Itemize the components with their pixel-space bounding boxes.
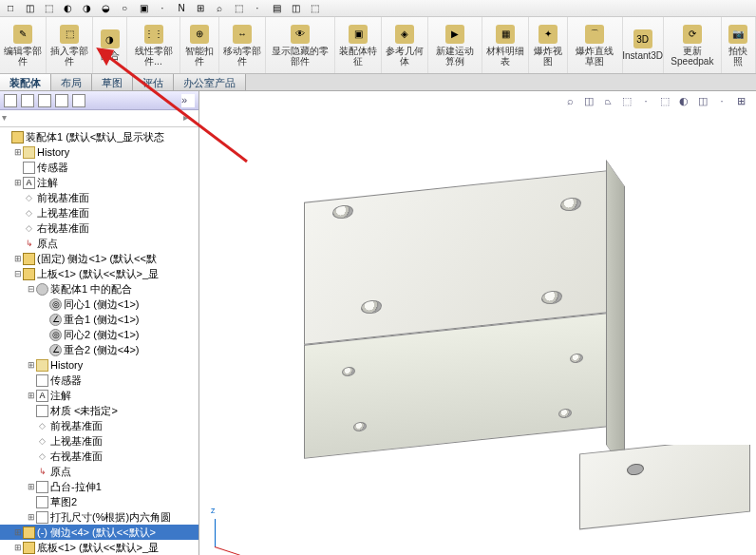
tree-node[interactable]: ◇前视基准面 bbox=[0, 418, 198, 433]
tree-node[interactable]: 传感器 bbox=[0, 160, 198, 175]
tree-node[interactable]: ◇上视基准面 bbox=[0, 205, 198, 220]
view-tool-icon[interactable]: ◐ bbox=[676, 93, 691, 108]
filter-clear-icon[interactable]: ▸ bbox=[183, 112, 197, 125]
qat-icon[interactable]: ⬚ bbox=[42, 2, 55, 15]
tree-node[interactable]: ⊞(固定) 侧边<1> (默认<<默 bbox=[0, 251, 198, 266]
view-tool-icon[interactable]: ⌕ bbox=[562, 93, 577, 108]
qat-icon[interactable]: ⊞ bbox=[194, 2, 207, 15]
qat-icon[interactable]: ◑ bbox=[80, 2, 93, 15]
view-tool-icon[interactable]: ⊞ bbox=[733, 93, 748, 108]
qat-icon[interactable]: ▣ bbox=[137, 2, 150, 15]
ribbon-button[interactable]: ◑配合 bbox=[93, 17, 127, 73]
view-tool-icon[interactable]: · bbox=[638, 93, 653, 108]
feature-tree[interactable]: 装配体1 (默认<默认_显示状态⊞History传感器⊞A注解◇前视基准面◇上视… bbox=[0, 127, 198, 555]
tree-node[interactable]: ⊟上板<1> (默认<<默认>_显 bbox=[0, 266, 198, 281]
tree-node[interactable]: 传感器 bbox=[0, 373, 198, 388]
tree-node[interactable]: ⊟装配体1 中的配合 bbox=[0, 281, 198, 297]
tree-node[interactable]: ◇前视基准面 bbox=[0, 190, 198, 205]
second-part-model[interactable] bbox=[579, 445, 750, 549]
ribbon-button[interactable]: ✦爆炸视图 bbox=[529, 17, 568, 73]
tree-node[interactable]: ⊞底板<1> (默认<<默认>_显 bbox=[0, 540, 198, 555]
tree-node[interactable]: ◇右视基准面 bbox=[0, 220, 198, 236]
expand-icon[interactable]: ⊞ bbox=[13, 525, 23, 540]
ribbon-button[interactable]: ◈参考几何体 bbox=[382, 17, 428, 73]
ribbon-button[interactable]: ▶新建运动算例 bbox=[428, 17, 482, 73]
command-tab[interactable]: 装配体 bbox=[0, 74, 51, 90]
expand-icon[interactable]: ⊞ bbox=[13, 251, 23, 266]
expand-icon[interactable]: ⊞ bbox=[13, 175, 23, 190]
ribbon-button[interactable]: ↔移动零部件 bbox=[219, 17, 266, 73]
qat-icon[interactable]: ⬚ bbox=[232, 2, 245, 15]
command-tab[interactable]: 办公室产品 bbox=[174, 74, 246, 90]
qat-icon[interactable]: ◫ bbox=[289, 2, 302, 15]
ribbon-button[interactable]: ▣装配体特征 bbox=[335, 17, 382, 73]
tree-node[interactable]: 材质 <未指定> bbox=[0, 403, 198, 418]
ribbon-button[interactable]: ⟳更新Speedpak bbox=[664, 17, 722, 73]
tree-node[interactable]: ⊞A注解 bbox=[0, 388, 198, 403]
tree-tab-icon[interactable] bbox=[55, 94, 68, 107]
tree-node[interactable]: ◎同心1 (侧边<1>) bbox=[0, 297, 198, 312]
tree-node[interactable]: ⊞打孔尺寸(%根据)内六角圆 bbox=[0, 509, 198, 525]
tree-node[interactable]: ◇上视基准面 bbox=[0, 433, 198, 449]
qat-icon[interactable]: ◐ bbox=[61, 2, 74, 15]
qat-icon[interactable]: ◒ bbox=[99, 2, 112, 15]
expand-icon[interactable]: ⊞ bbox=[27, 388, 36, 403]
expand-icon[interactable]: ⊞ bbox=[27, 357, 36, 373]
ribbon-button[interactable]: ⌒爆炸直线草图 bbox=[568, 17, 622, 73]
view-tool-icon[interactable]: ⬚ bbox=[657, 93, 672, 108]
qat-icon[interactable]: ⌕ bbox=[213, 2, 226, 15]
ribbon-button[interactable]: ⋮⋮线性零部件... bbox=[127, 17, 180, 73]
tree-tab-icon[interactable] bbox=[72, 94, 85, 107]
tree-node[interactable]: 装配体1 (默认<默认_显示状态 bbox=[0, 129, 198, 144]
view-tool-icon[interactable]: ◫ bbox=[581, 93, 596, 108]
tree-collapse-icon[interactable]: » bbox=[181, 94, 195, 107]
view-tool-icon[interactable]: ◫ bbox=[695, 93, 710, 108]
command-tab[interactable]: 评估 bbox=[133, 74, 174, 90]
tree-node[interactable]: ◎同心2 (侧边<1>) bbox=[0, 327, 198, 342]
tree-node[interactable]: ⊞History bbox=[0, 357, 198, 373]
ribbon-button[interactable]: 3DInstant3D bbox=[623, 17, 664, 73]
tree-node[interactable]: 草图2 bbox=[0, 494, 198, 509]
collapse-icon[interactable]: ⊟ bbox=[13, 266, 23, 281]
ribbon-button[interactable]: ✎编辑零部件 bbox=[0, 17, 47, 73]
qat-icon[interactable]: N bbox=[175, 2, 188, 15]
ribbon-button[interactable]: 👁显示隐藏的零部件 bbox=[266, 17, 335, 73]
qat-icon[interactable]: · bbox=[156, 2, 169, 15]
tree-tab-bar[interactable]: » bbox=[0, 91, 198, 110]
tree-node[interactable]: ⊞A注解 bbox=[0, 175, 198, 190]
part-top-face[interactable] bbox=[579, 445, 750, 529]
qat-icon[interactable]: □ bbox=[4, 2, 17, 15]
expand-icon[interactable]: ⊞ bbox=[27, 509, 36, 525]
tree-node[interactable]: ⊞(-) 侧边<4> (默认<<默认> bbox=[0, 525, 198, 540]
part-side-face[interactable] bbox=[606, 160, 625, 472]
tree-node[interactable]: ∠重合1 (侧边<1>) bbox=[0, 312, 198, 327]
view-tool-icon[interactable]: ⬚ bbox=[619, 93, 634, 108]
view-tool-icon[interactable]: · bbox=[714, 93, 729, 108]
tree-node[interactable]: ↳原点 bbox=[0, 464, 198, 479]
qat-icon[interactable]: ◫ bbox=[23, 2, 36, 15]
ribbon-button[interactable]: ⊕智能扣件 bbox=[180, 17, 219, 73]
graphics-viewport[interactable]: ⌕◫⏢⬚·⬚◐◫·⊞ z bbox=[199, 91, 756, 555]
tree-node[interactable]: ⊞凸台-拉伸1 bbox=[0, 479, 198, 494]
command-tab[interactable]: 草图 bbox=[92, 74, 133, 90]
qat-icon[interactable]: · bbox=[251, 2, 264, 15]
tree-node[interactable]: ◇右视基准面 bbox=[0, 449, 198, 464]
view-tool-icon[interactable]: ⏢ bbox=[600, 93, 615, 108]
qat-icon[interactable]: ⬚ bbox=[308, 2, 321, 15]
tree-node[interactable]: ⊞History bbox=[0, 144, 198, 160]
collapse-icon[interactable]: ⊟ bbox=[27, 281, 36, 297]
tree-node[interactable]: ∠重合2 (侧边<4>) bbox=[0, 342, 198, 357]
ribbon-button[interactable]: ▦材料明细表 bbox=[482, 17, 529, 73]
tree-filter-input[interactable] bbox=[15, 113, 183, 124]
tree-tab-icon[interactable] bbox=[4, 94, 17, 107]
axis-triad[interactable]: z bbox=[207, 509, 245, 547]
tree-tab-icon[interactable] bbox=[21, 94, 34, 107]
expand-icon[interactable]: ⊞ bbox=[13, 540, 23, 555]
ribbon-button[interactable]: ⬚插入零部件 bbox=[47, 17, 93, 73]
filter-icon[interactable]: ▾ bbox=[2, 112, 15, 125]
expand-icon[interactable]: ⊞ bbox=[27, 479, 36, 494]
tree-tab-icon[interactable] bbox=[38, 94, 51, 107]
expand-icon[interactable]: ⊞ bbox=[13, 144, 23, 160]
command-tab[interactable]: 布局 bbox=[51, 74, 92, 90]
ribbon-button[interactable]: 📷拍快照 bbox=[722, 17, 756, 73]
